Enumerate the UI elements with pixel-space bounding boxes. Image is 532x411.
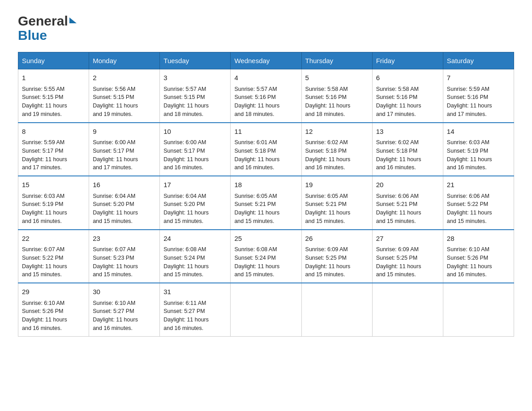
day-number: 12 [305,127,369,137]
calendar-week-4: 22Sunrise: 6:07 AMSunset: 5:22 PMDayligh… [18,230,514,283]
calendar-cell: 30Sunrise: 6:10 AMSunset: 5:27 PMDayligh… [89,283,160,336]
calendar-cell [443,283,514,336]
logo-blue-text: Blue [18,28,47,43]
calendar-cell: 24Sunrise: 6:08 AMSunset: 5:24 PMDayligh… [160,230,231,283]
day-number: 5 [305,73,369,83]
calendar-week-3: 15Sunrise: 6:03 AMSunset: 5:19 PMDayligh… [18,176,514,230]
calendar-cell: 9Sunrise: 6:00 AMSunset: 5:17 PMDaylight… [89,123,160,176]
calendar-cell: 29Sunrise: 6:10 AMSunset: 5:26 PMDayligh… [18,283,89,336]
day-number: 26 [305,234,369,244]
calendar-cell: 11Sunrise: 6:01 AMSunset: 5:18 PMDayligh… [231,123,301,176]
calendar-cell: 14Sunrise: 6:03 AMSunset: 5:19 PMDayligh… [443,123,514,176]
calendar-cell: 22Sunrise: 6:07 AMSunset: 5:22 PMDayligh… [18,230,89,283]
page-header: General Blue [18,13,514,43]
day-number: 17 [163,180,227,190]
calendar-cell: 3Sunrise: 5:57 AMSunset: 5:15 PMDaylight… [160,69,231,123]
day-number: 1 [22,73,85,83]
day-number: 20 [376,180,439,190]
header-saturday: Saturday [443,52,514,69]
day-number: 7 [447,73,510,83]
day-number: 2 [93,73,156,83]
day-number: 10 [163,127,227,137]
calendar-cell: 17Sunrise: 6:04 AMSunset: 5:20 PMDayligh… [160,176,231,230]
calendar-cell: 2Sunrise: 5:56 AMSunset: 5:15 PMDaylight… [89,69,160,123]
day-number: 15 [22,180,85,190]
header-monday: Monday [89,52,160,69]
calendar-header-row: SundayMondayTuesdayWednesdayThursdayFrid… [18,52,514,69]
calendar-cell: 23Sunrise: 6:07 AMSunset: 5:23 PMDayligh… [89,230,160,283]
calendar-cell: 18Sunrise: 6:05 AMSunset: 5:21 PMDayligh… [231,176,301,230]
calendar-cell [231,283,301,336]
calendar-cell: 13Sunrise: 6:02 AMSunset: 5:18 PMDayligh… [372,123,443,176]
day-number: 30 [93,287,156,297]
day-number: 27 [376,234,439,244]
calendar-body: 1Sunrise: 5:55 AMSunset: 5:15 PMDaylight… [18,69,514,337]
day-number: 8 [22,127,85,137]
day-number: 19 [305,180,369,190]
logo-line1: General [18,13,77,29]
day-number: 9 [93,127,156,137]
day-number: 24 [163,234,227,244]
day-number: 18 [234,180,297,190]
calendar-cell: 1Sunrise: 5:55 AMSunset: 5:15 PMDaylight… [18,69,89,123]
day-number: 13 [376,127,439,137]
calendar-cell: 5Sunrise: 5:58 AMSunset: 5:16 PMDaylight… [301,69,372,123]
header-wednesday: Wednesday [231,52,301,69]
day-number: 6 [376,73,439,83]
calendar-cell [372,283,443,336]
day-number: 28 [447,234,510,244]
day-number: 14 [447,127,510,137]
day-number: 29 [22,287,85,297]
calendar-cell: 28Sunrise: 6:10 AMSunset: 5:26 PMDayligh… [443,230,514,283]
header-thursday: Thursday [301,52,372,69]
calendar-cell: 16Sunrise: 6:04 AMSunset: 5:20 PMDayligh… [89,176,160,230]
day-number: 22 [22,234,85,244]
calendar-week-5: 29Sunrise: 6:10 AMSunset: 5:26 PMDayligh… [18,283,514,336]
calendar-cell: 21Sunrise: 6:06 AMSunset: 5:22 PMDayligh… [443,176,514,230]
calendar-cell: 27Sunrise: 6:09 AMSunset: 5:25 PMDayligh… [372,230,443,283]
calendar-cell: 25Sunrise: 6:08 AMSunset: 5:24 PMDayligh… [231,230,301,283]
calendar-cell: 10Sunrise: 6:00 AMSunset: 5:17 PMDayligh… [160,123,231,176]
header-tuesday: Tuesday [160,52,231,69]
calendar-week-1: 1Sunrise: 5:55 AMSunset: 5:15 PMDaylight… [18,69,514,123]
day-number: 21 [447,180,510,190]
calendar-week-2: 8Sunrise: 5:59 AMSunset: 5:17 PMDaylight… [18,123,514,176]
calendar-cell: 19Sunrise: 6:05 AMSunset: 5:21 PMDayligh… [301,176,372,230]
calendar-table: SundayMondayTuesdayWednesdayThursdayFrid… [18,52,514,337]
calendar-cell: 20Sunrise: 6:06 AMSunset: 5:21 PMDayligh… [372,176,443,230]
calendar-cell: 26Sunrise: 6:09 AMSunset: 5:25 PMDayligh… [301,230,372,283]
calendar-cell: 31Sunrise: 6:11 AMSunset: 5:27 PMDayligh… [160,283,231,336]
calendar-cell: 4Sunrise: 5:57 AMSunset: 5:16 PMDaylight… [231,69,301,123]
day-number: 25 [234,234,297,244]
day-number: 31 [163,287,227,297]
calendar-cell: 15Sunrise: 6:03 AMSunset: 5:19 PMDayligh… [18,176,89,230]
calendar-cell: 6Sunrise: 5:58 AMSunset: 5:16 PMDaylight… [372,69,443,123]
day-number: 16 [93,180,156,190]
calendar-cell: 12Sunrise: 6:02 AMSunset: 5:18 PMDayligh… [301,123,372,176]
header-friday: Friday [372,52,443,69]
calendar-cell [301,283,372,336]
header-sunday: Sunday [18,52,89,69]
logo-triangle-icon [69,17,77,23]
calendar-cell: 7Sunrise: 5:59 AMSunset: 5:16 PMDaylight… [443,69,514,123]
calendar-cell: 8Sunrise: 5:59 AMSunset: 5:17 PMDaylight… [18,123,89,176]
day-number: 11 [234,127,297,137]
day-number: 4 [234,73,297,83]
day-number: 23 [93,234,156,244]
day-number: 3 [163,73,227,83]
logo: General Blue [18,13,77,43]
logo-general-text: General [18,13,68,29]
